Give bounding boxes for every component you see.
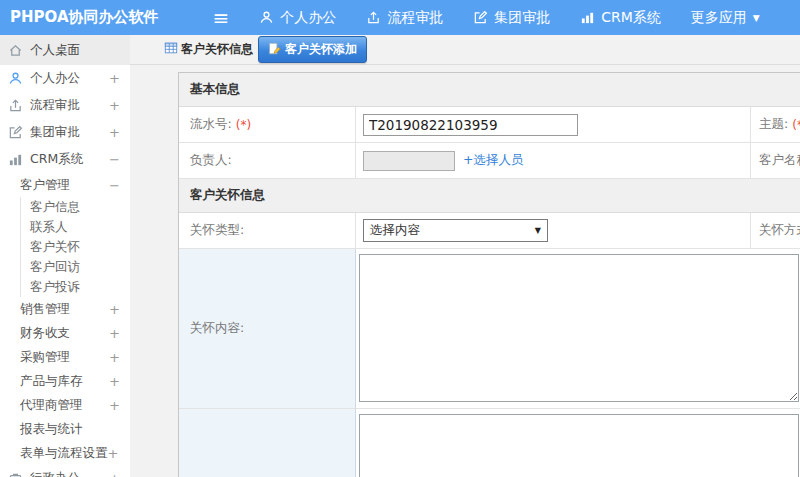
briefcase-icon: [8, 471, 23, 477]
hamburger-menu-icon[interactable]: ≡: [213, 8, 230, 28]
section-header-care-info: 客户关怀信息: [179, 179, 800, 213]
serial-field-cell: [356, 107, 751, 143]
home-icon: [8, 43, 23, 58]
expand-icon[interactable]: +: [109, 471, 120, 477]
owner-field-cell: +选择人员: [356, 143, 751, 179]
sidebar-item-personal-office[interactable]: 个人办公 +: [0, 65, 130, 92]
upload-icon: [8, 98, 23, 113]
care-content-field-cell: [356, 249, 800, 409]
sidebar-item-customer-complaint[interactable]: 客户投诉: [21, 277, 130, 297]
form-row-care-type: 关怀类型: 选择内容 ▼ 关怀方式:: [179, 213, 800, 249]
care-type-field-cell: 选择内容 ▼: [356, 213, 751, 249]
caret-down-icon: ▼: [753, 13, 760, 23]
sidebar-item-customer-info[interactable]: 客户信息: [21, 197, 130, 217]
sidebar-item-sales-management[interactable]: 销售管理 +: [0, 297, 130, 321]
owner-input[interactable]: [363, 151, 455, 171]
owner-label: 负责人:: [179, 143, 356, 179]
care-content-textarea[interactable]: [359, 254, 799, 402]
upload-icon: [366, 10, 381, 25]
sidebar-item-customer-care[interactable]: 客户关怀: [21, 237, 130, 257]
customer-care-add-form: 基本信息 流水号:(*) 主题:(*) 负责人: +选择人员: [178, 72, 800, 477]
required-mark: (*): [792, 118, 800, 132]
form-row-owner: 负责人: +选择人员 客户名称:(*): [179, 143, 800, 179]
care-type-select[interactable]: 选择内容 ▼: [363, 219, 548, 242]
sidebar-item-purchasing[interactable]: 采购管理 +: [0, 345, 130, 369]
sidebar-item-group-approval[interactable]: 集团审批 +: [0, 119, 130, 146]
topbar: PHPOA协同办公软件 ≡ 个人办公 流程审批 集团审批 CRM系统 更多应用 …: [0, 0, 800, 35]
sidebar-item-products-inventory[interactable]: 产品与库存 +: [0, 369, 130, 393]
expand-icon[interactable]: +: [109, 398, 120, 413]
sidebar-item-workflow-approval[interactable]: 流程审批 +: [0, 92, 130, 119]
expand-icon[interactable]: +: [109, 326, 120, 341]
form-row-care-content: 关怀内容:: [179, 249, 800, 409]
sidebar-item-contacts[interactable]: 联系人: [21, 217, 130, 237]
extra-content-field-cell: [356, 409, 800, 477]
sidebar-item-finance[interactable]: 财务收支 +: [0, 321, 130, 345]
collapse-icon[interactable]: −: [109, 178, 120, 193]
nav-more-apps[interactable]: 更多应用 ▼: [691, 9, 760, 27]
main-content: 客户关怀信息 客户关怀添加 基本信息 流水号:(*) 主题:(*): [130, 35, 800, 477]
nav-workflow-approval[interactable]: 流程审批: [366, 9, 443, 27]
bar-chart-icon: [8, 152, 23, 167]
person-icon: [259, 10, 274, 25]
sidebar-item-crm-system[interactable]: CRM系统 −: [0, 146, 130, 173]
sidebar-item-admin-office[interactable]: 行政办公 +: [0, 465, 130, 477]
top-navigation: 个人办公 流程审批 集团审批 CRM系统 更多应用 ▼: [259, 9, 760, 27]
serial-label: 流水号:(*): [179, 107, 356, 143]
tab-customer-care-add[interactable]: 客户关怀添加: [258, 36, 367, 63]
sidebar-item-form-workflow-settings[interactable]: 表单与流程设置 +: [0, 441, 130, 465]
subject-label: 主题:(*): [751, 107, 800, 143]
expand-icon[interactable]: +: [109, 71, 120, 86]
table-grid-icon: [164, 41, 178, 58]
edit-icon: [8, 125, 23, 140]
nav-crm-system[interactable]: CRM系统: [580, 9, 661, 27]
nav-group-approval[interactable]: 集团审批: [473, 9, 550, 27]
add-form-icon: [268, 42, 281, 58]
form-row-extra-content: [179, 409, 800, 477]
sidebar-item-customer-management[interactable]: 客户管理 −: [0, 173, 130, 197]
bar-chart-icon: [580, 10, 595, 25]
customer-name-label: 客户名称:(*): [751, 143, 800, 179]
customer-management-submenu: 客户信息 联系人 客户关怀 客户回访 客户投诉: [20, 197, 130, 297]
person-icon: [8, 71, 23, 86]
sidebar: 个人桌面 个人办公 + 流程审批 + 集团审批 + CRM系统 − 客户管理 −…: [0, 35, 130, 477]
care-method-label: 关怀方式:: [751, 213, 800, 249]
expand-icon[interactable]: +: [109, 125, 120, 140]
sidebar-item-customer-revisit[interactable]: 客户回访: [21, 257, 130, 277]
app-title[interactable]: PHPOA协同办公软件: [0, 8, 169, 27]
select-arrow-icon: ▼: [535, 226, 541, 235]
nav-personal-office[interactable]: 个人办公: [259, 9, 336, 27]
expand-icon[interactable]: +: [109, 350, 120, 365]
sidebar-item-agent-management[interactable]: 代理商管理 +: [0, 393, 130, 417]
tab-customer-care-info[interactable]: 客户关怀信息: [164, 41, 253, 58]
sidebar-item-reports-statistics[interactable]: 报表与统计: [0, 417, 130, 441]
expand-icon[interactable]: +: [109, 98, 120, 113]
choose-person-link[interactable]: +选择人员: [463, 152, 523, 169]
expand-icon[interactable]: +: [109, 374, 120, 389]
care-type-label: 关怀类型:: [179, 213, 356, 249]
extra-content-textarea[interactable]: [359, 414, 799, 477]
sidebar-item-personal-desktop[interactable]: 个人桌面: [0, 35, 130, 65]
section-header-basic-info: 基本信息: [179, 73, 800, 107]
tab-strip: 客户关怀信息 客户关怀添加: [130, 35, 800, 65]
collapse-icon[interactable]: −: [109, 152, 120, 167]
extra-content-label: [179, 409, 356, 477]
expand-icon[interactable]: +: [109, 302, 120, 317]
expand-icon[interactable]: +: [108, 446, 119, 461]
form-row-serial: 流水号:(*) 主题:(*): [179, 107, 800, 143]
required-mark: (*): [236, 118, 251, 132]
serial-number-input[interactable]: [363, 114, 578, 136]
edit-icon: [473, 10, 488, 25]
care-content-label: 关怀内容:: [179, 249, 356, 409]
